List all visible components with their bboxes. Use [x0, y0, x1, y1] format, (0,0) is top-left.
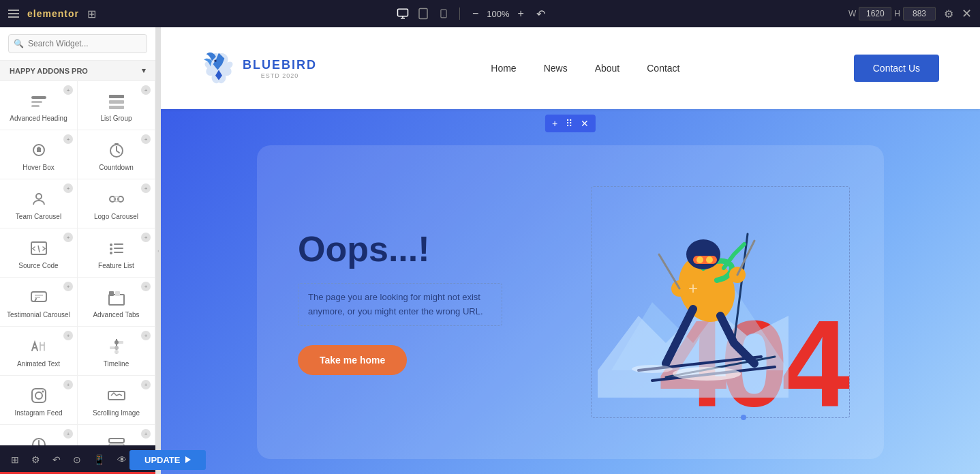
zoom-out-button[interactable]: −	[468, 6, 483, 21]
website-preview: BLUEBIRD ESTD 2020 Home News About Conta…	[161, 27, 980, 474]
search-input[interactable]	[8, 34, 147, 53]
grid-bottom-icon[interactable]: ⊞	[8, 451, 22, 468]
pro-badge[interactable]: +	[141, 233, 151, 242]
advanced-heading-icon	[29, 91, 48, 110]
widget-advanced-tabs[interactable]: + Advanced Tabs	[78, 278, 155, 327]
move-section-button[interactable]: ⠿	[563, 117, 575, 130]
nav-link-about[interactable]: About	[595, 63, 620, 74]
pro-badge[interactable]: +	[63, 380, 73, 389]
nav-logo: BLUEBIRD ESTD 2020	[202, 48, 317, 89]
update-button[interactable]: UPDATE	[129, 450, 206, 470]
history-bottom-icon[interactable]: ⊙	[70, 451, 84, 468]
pro-badge[interactable]: +	[63, 282, 73, 291]
divider	[459, 8, 460, 20]
pro-badge[interactable]: +	[141, 85, 151, 95]
svg-point-53	[696, 256, 703, 263]
hamburger-icon	[8, 10, 19, 18]
widget-feature-list[interactable]: + Feature List	[78, 228, 155, 278]
pro-badge[interactable]: +	[141, 282, 151, 291]
pro-badge[interactable]: +	[63, 429, 73, 439]
pro-badge[interactable]: +	[63, 134, 73, 144]
widget-logo-carousel[interactable]: + Logo Carousel	[78, 179, 155, 228]
hamburger-button[interactable]	[8, 10, 19, 18]
mobile-icon[interactable]	[436, 6, 451, 21]
svg-rect-7	[31, 101, 42, 103]
take-me-home-button[interactable]: Take me home	[298, 345, 407, 375]
widget-advanced-heading[interactable]: + Advanced Heading	[0, 81, 78, 130]
widget-team-carousel[interactable]: + Team Carousel	[0, 179, 78, 228]
section-toolbar: + ⠿ ✕	[545, 115, 596, 132]
svg-rect-6	[31, 96, 46, 99]
settings-button[interactable]: ⚙	[944, 8, 953, 20]
svg-point-41	[42, 391, 44, 393]
settings-bottom-icon[interactable]: ⚙	[29, 451, 43, 468]
nav-link-home[interactable]: Home	[491, 63, 516, 74]
team-carousel-icon	[29, 190, 48, 209]
logo-carousel-icon	[107, 190, 126, 209]
widget-label: List Group	[100, 115, 132, 122]
close-button[interactable]: ✕	[962, 6, 972, 21]
widget-hover-box[interactable]: + Hover Box	[0, 130, 78, 179]
widget-label: Team Carousel	[16, 213, 61, 220]
add-section-button[interactable]: +	[549, 117, 560, 130]
sidebar-search-area: 🔍	[0, 27, 155, 61]
widget-label: Instagram Feed	[14, 409, 62, 417]
undo-bottom-icon[interactable]: ↶	[50, 451, 63, 468]
pro-badge[interactable]: +	[63, 233, 73, 242]
hover-box-icon	[29, 140, 48, 160]
widget-animated-text[interactable]: + Animated Text	[0, 327, 78, 376]
pro-badge[interactable]: +	[141, 331, 151, 340]
widget-timeline[interactable]: + Timeline	[78, 327, 155, 376]
widget-instagram-feed[interactable]: + Instagram Feed	[0, 376, 78, 425]
pro-badge[interactable]: +	[141, 380, 151, 389]
widget-source-code[interactable]: + Source Code	[0, 228, 78, 278]
svg-rect-8	[31, 105, 40, 107]
pro-badge[interactable]: +	[141, 183, 151, 193]
width-input[interactable]	[859, 7, 891, 20]
desktop-icon[interactable]	[395, 6, 410, 21]
main-layout: 🔍 HAPPY ADDONS PRO ▾ + Advanced Heading …	[0, 27, 980, 474]
nav-link-contact[interactable]: Contact	[647, 63, 679, 74]
nav-logo-text: BLUEBIRD ESTD 2020	[243, 58, 317, 79]
widget-testimonial-carousel[interactable]: + Testimonial Carousel	[0, 278, 78, 327]
logo-name: BLUEBIRD	[243, 58, 317, 72]
svg-rect-0	[397, 9, 408, 16]
svg-rect-32	[115, 291, 120, 296]
contact-us-button[interactable]: Contact Us	[854, 55, 939, 82]
testimonial-carousel-icon	[29, 288, 48, 307]
tablet-icon[interactable]	[416, 6, 431, 21]
height-input[interactable]	[903, 7, 936, 20]
pro-badge[interactable]: +	[141, 429, 151, 439]
grid-button[interactable]: ⊞	[87, 8, 96, 20]
search-wrap: 🔍	[8, 34, 147, 53]
svg-point-23	[110, 248, 112, 250]
widget-countdown[interactable]: + Countdown	[78, 130, 155, 179]
pro-badge[interactable]: +	[141, 134, 151, 144]
section-label: HAPPY ADDONS PRO	[10, 67, 88, 75]
widget-scrolling-image[interactable]: + Scrolling Image	[78, 376, 155, 425]
nav-link-news[interactable]: News	[544, 63, 568, 74]
pro-badge[interactable]: +	[63, 331, 73, 340]
responsive-bottom-icon[interactable]: 📱	[91, 451, 108, 468]
top-bar-center: − 100% + ↶	[395, 6, 549, 22]
chevron-down-icon: ▾	[142, 66, 146, 75]
dimensions-display: W H	[848, 7, 936, 20]
zoom-in-button[interactable]: +	[514, 6, 528, 21]
animated-text-icon	[29, 337, 48, 356]
delete-section-button[interactable]: ✕	[578, 117, 592, 130]
svg-point-36	[114, 350, 119, 354]
svg-rect-11	[109, 106, 124, 109]
pro-badge[interactable]: +	[63, 85, 73, 95]
timeline-icon	[107, 337, 126, 356]
error-description: The page you are looking for might not e…	[298, 283, 502, 327]
undo-button[interactable]: ↶	[532, 6, 549, 22]
widget-label: Scrolling Image	[93, 409, 140, 417]
svg-point-34	[114, 340, 119, 344]
svg-point-54	[706, 256, 713, 263]
widget-list-group[interactable]: + List Group	[78, 81, 155, 130]
error-card: Oops...! The page you are looking for mi…	[257, 145, 884, 459]
eye-bottom-icon[interactable]: 👁	[114, 451, 129, 468]
sidebar-section-header[interactable]: HAPPY ADDONS PRO ▾	[0, 61, 155, 81]
pro-badge[interactable]: +	[63, 183, 73, 193]
resize-handle[interactable]: ···	[155, 27, 161, 474]
